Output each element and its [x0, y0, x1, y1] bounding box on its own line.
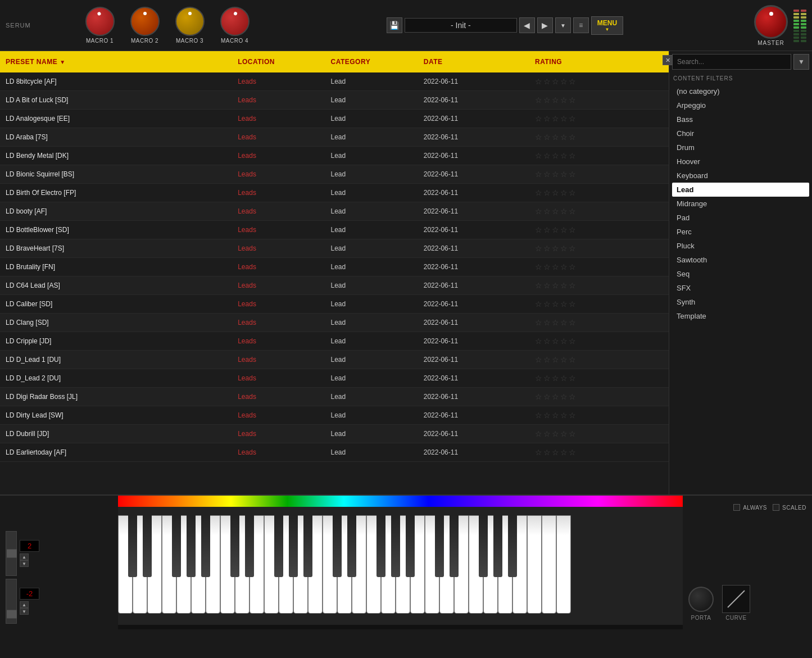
- star-4[interactable]: ☆: [560, 77, 568, 86]
- star-2[interactable]: ☆: [543, 133, 551, 142]
- macro-3-knob[interactable]: MACRO 3: [169, 7, 211, 44]
- star-2[interactable]: ☆: [543, 262, 551, 271]
- black-key[interactable]: [274, 515, 283, 577]
- black-key[interactable]: [245, 515, 254, 577]
- star-2[interactable]: ☆: [543, 429, 551, 438]
- pitch-bend-slider[interactable]: [6, 531, 17, 576]
- macro-1-knob[interactable]: MACRO 1: [79, 7, 121, 44]
- black-key[interactable]: [128, 515, 137, 577]
- black-key[interactable]: [303, 515, 312, 577]
- table-row[interactable]: LD 8bitcycle [AF] Leads Lead 2022-06-11 …: [0, 72, 669, 91]
- row-rating[interactable]: ☆ ☆ ☆ ☆ ☆: [529, 315, 669, 330]
- table-row[interactable]: LD Clang [SD] Leads Lead 2022-06-11 ☆ ☆ …: [0, 314, 669, 332]
- star-2[interactable]: ☆: [543, 244, 551, 253]
- star-1[interactable]: ☆: [535, 96, 542, 105]
- filter-item[interactable]: Drum: [672, 140, 809, 155]
- macro-4-knob[interactable]: MACRO 4: [214, 7, 256, 44]
- star-1[interactable]: ☆: [535, 170, 542, 179]
- col-header-category[interactable]: CATEGORY: [325, 51, 418, 72]
- star-1[interactable]: ☆: [535, 337, 542, 346]
- star-3[interactable]: ☆: [552, 318, 559, 327]
- macro-3-circle[interactable]: [175, 7, 205, 36]
- filter-item[interactable]: Pad: [672, 211, 809, 225]
- porta-knob-circle[interactable]: [688, 587, 714, 612]
- preset-prev-button[interactable]: ◀: [519, 17, 535, 33]
- star-1[interactable]: ☆: [535, 77, 542, 86]
- row-rating[interactable]: ☆ ☆ ☆ ☆ ☆: [529, 130, 669, 144]
- pitch-bend-up-button[interactable]: ▲: [20, 553, 29, 560]
- scaled-checkbox[interactable]: [773, 504, 779, 511]
- star-5[interactable]: ☆: [569, 374, 576, 383]
- black-key[interactable]: [450, 515, 459, 577]
- star-4[interactable]: ☆: [560, 244, 568, 253]
- row-rating[interactable]: ☆ ☆ ☆ ☆ ☆: [529, 278, 669, 293]
- star-4[interactable]: ☆: [560, 114, 568, 123]
- white-key[interactable]: [542, 515, 556, 614]
- black-key[interactable]: [187, 515, 196, 577]
- star-1[interactable]: ☆: [535, 188, 542, 197]
- row-rating[interactable]: ☆ ☆ ☆ ☆ ☆: [529, 334, 669, 348]
- porta-knob[interactable]: PORTA: [688, 587, 714, 621]
- star-2[interactable]: ☆: [543, 411, 551, 420]
- white-key[interactable]: [556, 515, 571, 614]
- row-rating[interactable]: ☆ ☆ ☆ ☆ ☆: [529, 389, 669, 404]
- table-row[interactable]: LD Brutality [FN] Leads Lead 2022-06-11 …: [0, 258, 669, 276]
- table-row[interactable]: LD Bendy Metal [DK] Leads Lead 2022-06-1…: [0, 147, 669, 165]
- filter-item[interactable]: Choir: [672, 126, 809, 140]
- star-3[interactable]: ☆: [552, 448, 559, 457]
- row-rating[interactable]: ☆ ☆ ☆ ☆ ☆: [529, 148, 669, 163]
- star-4[interactable]: ☆: [560, 299, 568, 308]
- filter-item[interactable]: Sawtooth: [672, 253, 809, 267]
- black-key[interactable]: [406, 515, 415, 577]
- table-row[interactable]: LD Bionic Squirrel [BS] Leads Lead 2022-…: [0, 165, 669, 184]
- star-2[interactable]: ☆: [543, 355, 551, 364]
- star-5[interactable]: ☆: [569, 281, 576, 290]
- filter-item[interactable]: Perc: [672, 225, 809, 239]
- star-2[interactable]: ☆: [543, 188, 551, 197]
- row-rating[interactable]: ☆ ☆ ☆ ☆ ☆: [529, 74, 669, 89]
- mod-wheel-slider[interactable]: [6, 579, 17, 624]
- mod-wheel-down-button[interactable]: ▼: [20, 608, 29, 615]
- table-row[interactable]: LD Digi Radar Boss [JL] Leads Lead 2022-…: [0, 388, 669, 406]
- filter-item[interactable]: Midrange: [672, 197, 809, 211]
- filter-item[interactable]: Keyboard: [672, 169, 809, 183]
- star-1[interactable]: ☆: [535, 281, 542, 290]
- star-5[interactable]: ☆: [569, 207, 576, 216]
- star-1[interactable]: ☆: [535, 114, 542, 123]
- star-5[interactable]: ☆: [569, 429, 576, 438]
- table-row[interactable]: LD Cripple [JD] Leads Lead 2022-06-11 ☆ …: [0, 332, 669, 351]
- table-row[interactable]: LD Dirty Lead [SW] Leads Lead 2022-06-11…: [0, 406, 669, 425]
- table-row[interactable]: LD A Bit of Luck [SD] Leads Lead 2022-06…: [0, 91, 669, 110]
- black-key[interactable]: [201, 515, 210, 577]
- star-5[interactable]: ☆: [569, 411, 576, 420]
- preset-table-body[interactable]: LD 8bitcycle [AF] Leads Lead 2022-06-11 …: [0, 72, 669, 494]
- black-key[interactable]: [391, 515, 400, 577]
- row-rating[interactable]: ☆ ☆ ☆ ☆ ☆: [529, 408, 669, 423]
- filter-dropdown-button[interactable]: ▼: [793, 54, 809, 70]
- black-key[interactable]: [493, 515, 502, 577]
- star-5[interactable]: ☆: [569, 77, 576, 86]
- black-key[interactable]: [508, 515, 517, 577]
- star-5[interactable]: ☆: [569, 337, 576, 346]
- star-5[interactable]: ☆: [569, 133, 576, 142]
- star-5[interactable]: ☆: [569, 188, 576, 197]
- star-3[interactable]: ☆: [552, 114, 559, 123]
- star-4[interactable]: ☆: [560, 207, 568, 216]
- master-knob-circle[interactable]: [754, 5, 788, 39]
- preset-next-button[interactable]: ▶: [537, 17, 553, 33]
- filter-item[interactable]: SFX: [672, 281, 809, 295]
- star-1[interactable]: ☆: [535, 448, 542, 457]
- star-5[interactable]: ☆: [569, 96, 576, 105]
- star-3[interactable]: ☆: [552, 355, 559, 364]
- star-3[interactable]: ☆: [552, 299, 559, 308]
- filter-item[interactable]: Pluck: [672, 239, 809, 253]
- star-3[interactable]: ☆: [552, 96, 559, 105]
- save-button[interactable]: 💾: [387, 17, 402, 33]
- star-1[interactable]: ☆: [535, 429, 542, 438]
- black-key[interactable]: [435, 515, 444, 577]
- row-rating[interactable]: ☆ ☆ ☆ ☆ ☆: [529, 223, 669, 237]
- filter-item[interactable]: Synth: [672, 295, 809, 309]
- table-row[interactable]: LD BraveHeart [7S] Leads Lead 2022-06-11…: [0, 239, 669, 258]
- star-1[interactable]: ☆: [535, 262, 542, 271]
- col-header-date[interactable]: DATE: [418, 51, 529, 72]
